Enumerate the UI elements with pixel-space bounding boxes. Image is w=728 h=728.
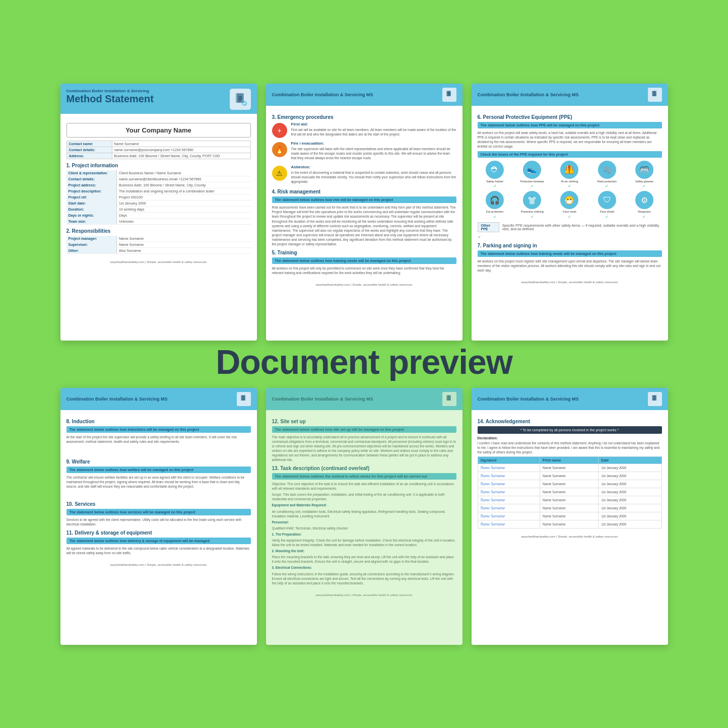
project-info-table: Client & representative: Client Business… — [67, 170, 251, 225]
ack-table-body: Name Surname Name Surname 1st January 20… — [478, 464, 661, 528]
svg-rect-17 — [652, 395, 656, 401]
task-objective: Objective: The core objective of the tas… — [272, 482, 456, 491]
table-row: Duration: 10 working days — [67, 206, 251, 212]
page1-doc-icon — [230, 89, 251, 110]
ppe-item-helmet: ⛑ Safety helmet ✓ — [478, 161, 512, 189]
table-row: Name Surname Name Surname 1st January 20… — [478, 464, 661, 472]
section10-title: 10. Services — [67, 501, 251, 507]
ppe-item-ear: 🎧 Ear protection ✓ — [478, 191, 512, 219]
page3-header-icon — [648, 88, 662, 102]
ppe-check-banner: Check the boxes of the PPE required for … — [478, 151, 662, 158]
setup-banner: The statement below outlines how site se… — [272, 426, 456, 433]
main-container: Combination Boiler Installation & Servic… — [37, 84, 692, 645]
ppe-item-mask: 😷 Face mask ✓ — [552, 191, 587, 219]
svg-rect-11 — [652, 91, 656, 96]
other-ppe-label: Other PPE — [478, 222, 499, 232]
section8-title: 8. Induction — [67, 419, 251, 424]
page2-header-text: Combination Boiler Installation & Servic… — [272, 92, 373, 97]
company-name-box: Your Company Name — [67, 123, 251, 138]
section11-title: 11. Delivery & storage of equipment — [67, 530, 251, 536]
parking-text: All workers on this project must registe… — [478, 259, 662, 273]
ppe-item-respirator: ⚙ Respirator ✓ — [627, 191, 661, 219]
ppe-item-clothing: 👕 Protective clothing ✓ — [515, 191, 550, 219]
svg-rect-15 — [447, 395, 451, 401]
page6-header: Combination Boiler Installation & Servic… — [472, 388, 668, 410]
document-page-1: Combination Boiler Installation & Servic… — [60, 84, 257, 341]
section9-title: 9. Welfare — [67, 459, 251, 465]
task-mount-title: 2. Mounting the Unit: — [272, 549, 456, 553]
table-row: Name Surname Name Surname 1st January 20… — [478, 520, 661, 528]
training-banner: The statement below outlines how trainin… — [272, 257, 456, 264]
page6-header-text: Combination Boiler Installation & Servic… — [478, 396, 579, 402]
bottom-row-documents: Combination Boiler Installation & Servic… — [60, 388, 668, 645]
date-header: Date — [599, 456, 661, 464]
table-row: Name Surname Name Surname 1st January 20… — [478, 496, 661, 504]
table-row: Contact details: name.surname@clientbusi… — [67, 176, 251, 182]
section6-title: 6. Personal Protective Equipment (PPE) — [478, 114, 662, 120]
spacer — [67, 445, 251, 455]
page6-content: 14. Acknowledgement * To be completed by… — [472, 410, 668, 534]
page5-content: 12. Site set up The statement below outl… — [266, 410, 462, 592]
ppe-banner: The statement below outlines how PPE wil… — [478, 122, 662, 128]
section7-title: 7. Parking and signing in — [478, 243, 662, 248]
ppe-grid: ⛑ Safety helmet ✓ 👟 Protective footwear … — [478, 161, 662, 219]
page1-footer: easyhealthandsafety.com | Simple, access… — [60, 260, 257, 263]
acknowledgement-table: Signature Print name Date Name Surname N… — [478, 456, 662, 528]
sig-header: Signature — [478, 456, 540, 464]
parking-banner: The statement below outlines how trainin… — [478, 250, 662, 257]
induction-text: At the start of the project the site sup… — [67, 435, 251, 444]
page4-header-icon — [237, 392, 251, 406]
page6-footer: easyhealthandsafety.com | Simple, access… — [472, 535, 668, 538]
page4-footer: easyhealthandsafety.com | Simple, access… — [60, 563, 257, 566]
svg-rect-7 — [447, 91, 451, 96]
table-row: Name Surname Name Surname 1st January 20… — [478, 472, 661, 480]
ack-dark-banner: * To be completed by all persons involve… — [478, 426, 662, 434]
table-row: Supervisor: Name Surname — [67, 241, 251, 247]
risk-banner: The statement below outlines how risk wi… — [272, 196, 456, 203]
document-page-3: Combination Boiler Installation & Servic… — [472, 84, 668, 341]
table-row: Name Surname Name Surname 1st January 20… — [478, 504, 661, 512]
respirator-icon: ⚙ — [635, 191, 653, 209]
page3-content: 6. Personal Protective Equipment (PPE) T… — [472, 106, 668, 280]
task-connect: Follow the wiring instructions in the in… — [272, 572, 456, 585]
table-row: Team size: Unknown — [67, 218, 251, 224]
print-header: Print name — [540, 456, 599, 464]
page5-header-icon — [442, 392, 456, 406]
page4-header: Combination Boiler Installation & Servic… — [60, 388, 257, 410]
document-page-2: Combination Boiler Installation & Servic… — [266, 84, 462, 341]
task-mount: Place the mounting brackets to the wall,… — [272, 555, 456, 564]
table-row: Address: Business Addr, 100 Bloome / Str… — [67, 153, 250, 159]
shield-icon: 🛡 — [598, 191, 616, 209]
helmet-icon: ⛑ — [486, 161, 504, 179]
induction-banner: The statement below outlines how inducti… — [67, 426, 251, 433]
training-text: All workers on this project will only be… — [272, 266, 456, 275]
ppe-item-footwear: 👟 Protective footwear ✓ — [515, 161, 550, 189]
page1-header: Combination Boiler Installation & Servic… — [60, 84, 257, 114]
task-personnel-title: Personnel: — [272, 520, 456, 524]
other-ppe-check: ✓ — [478, 235, 662, 239]
table-row: Other: Also Surname — [67, 247, 251, 253]
table-row: Project ref: Project 000100 — [67, 194, 251, 200]
table-row: Contact name: Name Surname — [67, 141, 250, 147]
table-row: Project manager: Name Surname — [67, 236, 251, 242]
ppe-item-shield: 🛡 Face shield ✓ — [589, 191, 624, 219]
declaration-text: I confirm I have read and understood the… — [478, 441, 662, 454]
table-row: Contact details: name.surname@yourcompan… — [67, 147, 250, 153]
declaration-label: Declaration: — [478, 436, 662, 440]
contact-info-table: Contact name: Name Surname Contact detai… — [67, 141, 251, 159]
clothing-icon: 👕 — [523, 191, 541, 209]
task-steps: Verify the equipment integrity: Check th… — [272, 538, 456, 547]
section13-title: 13. Task description (continued overleaf… — [272, 466, 456, 471]
asbestos-icon: ⚠ — [272, 166, 287, 181]
section14-title: 14. Acknowledgement — [478, 419, 662, 424]
other-ppe-desc: Specific PPE requirements with other saf… — [502, 224, 662, 231]
services-banner: The statement below outlines how service… — [67, 509, 251, 515]
table-row: Start date: 1st January 2000 — [67, 200, 251, 206]
table-row: Name Surname Name Surname 1st January 20… — [478, 512, 661, 520]
task-personnel: Qualified HVAC Technician, Electrical sa… — [272, 526, 456, 531]
top-row-documents: Combination Boiler Installation & Servic… — [60, 84, 668, 341]
table-row: Project address: Business Addr, 100 Bloo… — [67, 182, 251, 188]
hivis-icon: 🦺 — [560, 161, 578, 179]
ppe-item-glasses: 🥽 Safety glasses ✓ — [627, 161, 661, 189]
page3-footer: easyhealthandsafety.com | Simple, access… — [472, 281, 668, 284]
